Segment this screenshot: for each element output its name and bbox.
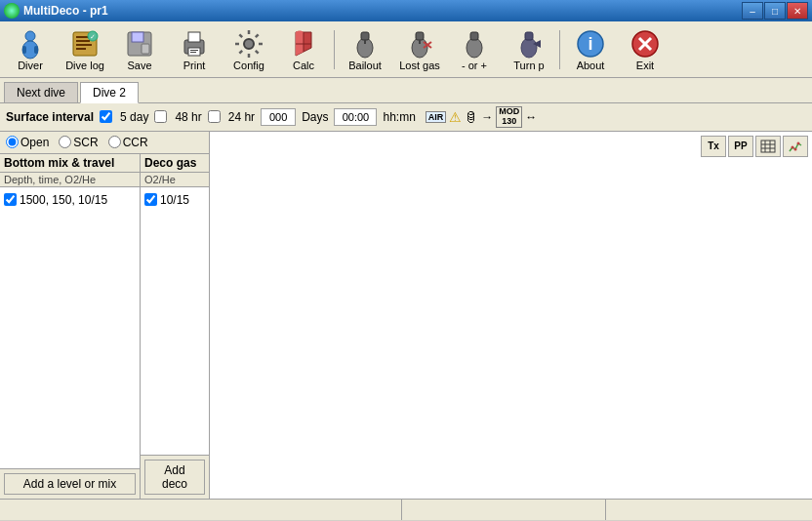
minimize-button[interactable]: –: [742, 2, 763, 20]
days-input[interactable]: [261, 108, 296, 126]
lostgas-icon: [404, 28, 435, 60]
scr-radio-label[interactable]: SCR: [59, 136, 98, 149]
deco-gas-footer: Add deco: [141, 455, 209, 499]
config-icon: [233, 28, 264, 60]
close-button[interactable]: ✕: [787, 2, 808, 20]
print-button[interactable]: Print: [168, 24, 221, 75]
config-label: Config: [233, 60, 264, 71]
svg-rect-12: [132, 32, 143, 42]
deco-gas-checkbox[interactable]: [144, 193, 157, 206]
status-section-3: [606, 500, 809, 520]
turnp-icon: [513, 28, 545, 60]
surface-interval-bar: Surface interval 5 day 48 hr 24 hr Days …: [0, 103, 812, 132]
svg-point-44: [792, 145, 794, 148]
tx-button[interactable]: Tx: [701, 136, 726, 157]
scr-label: SCR: [73, 136, 98, 149]
about-icon: i: [575, 28, 606, 60]
save-icon: [124, 28, 155, 60]
svg-rect-39: [761, 140, 775, 152]
calc-icon: [288, 28, 319, 60]
exit-button[interactable]: Exit: [619, 24, 671, 75]
svg-rect-31: [470, 32, 478, 40]
ccr-label: CCR: [123, 136, 148, 149]
bottom-mix-content: 1500, 150, 10/15: [0, 187, 140, 468]
svg-rect-3: [34, 46, 38, 54]
48hr-checkbox[interactable]: [154, 110, 167, 123]
bailout-label: Bailout: [348, 60, 382, 71]
open-radio-label[interactable]: Open: [6, 136, 49, 149]
24hr-label: 24 hr: [228, 110, 255, 124]
divelog-icon: ✓: [69, 28, 101, 60]
ccr-radio-label[interactable]: CCR: [108, 136, 148, 149]
svg-rect-23: [361, 32, 369, 40]
days-label: Days: [302, 110, 328, 124]
ccr-radio[interactable]: [108, 136, 121, 148]
svg-rect-17: [190, 50, 198, 51]
lostgas-button[interactable]: Lost gas: [393, 24, 446, 75]
calc-button[interactable]: Calc: [277, 24, 330, 75]
5day-checkbox[interactable]: [100, 110, 112, 123]
svg-rect-18: [190, 52, 196, 53]
svg-point-45: [794, 147, 797, 150]
48hr-label: 48 hr: [175, 110, 201, 124]
bailout-button[interactable]: Bailout: [339, 24, 391, 75]
tab-nextdive[interactable]: Next dive: [4, 82, 78, 102]
24hr-checkbox[interactable]: [208, 110, 221, 123]
bottom-mix-checkbox[interactable]: [4, 193, 17, 206]
pp-button[interactable]: PP: [728, 136, 753, 157]
separator1: [334, 30, 335, 69]
svg-rect-26: [416, 32, 424, 40]
or-label: - or +: [462, 60, 487, 71]
title-text: MultiDeco - pr1: [23, 4, 108, 18]
turnp-label: Turn p: [513, 60, 544, 71]
app-icon: [4, 3, 20, 19]
svg-text:✓: ✓: [90, 33, 96, 40]
exit-icon: [629, 28, 661, 60]
divelog-label: Dive log: [65, 60, 104, 71]
5day-label: 5 day: [120, 110, 148, 124]
bottom-mix-item[interactable]: 1500, 150, 10/15: [4, 191, 136, 209]
deco-gas-item[interactable]: 10/15: [144, 191, 205, 209]
exit-label: Exit: [636, 60, 654, 71]
svg-rect-7: [76, 44, 92, 46]
separator2: [559, 30, 560, 69]
or-button[interactable]: - or +: [448, 24, 501, 75]
tab-area: Next dive Dive 2: [0, 78, 812, 103]
graph-icon: [788, 140, 803, 153]
air-badge: AIR: [426, 111, 447, 123]
table-button[interactable]: [755, 136, 781, 157]
open-radio[interactable]: [6, 136, 19, 148]
time-label: hh:mn: [383, 110, 415, 124]
turnp-button[interactable]: Turn p: [503, 24, 555, 75]
time-input[interactable]: [334, 108, 377, 126]
about-button[interactable]: i About: [564, 24, 617, 75]
deco-gas-header: Deco gas: [141, 154, 209, 173]
scr-radio[interactable]: [59, 136, 71, 148]
deco-gas-content: 10/15: [141, 187, 209, 455]
status-bar: [0, 499, 812, 520]
svg-point-19: [244, 39, 254, 49]
diver-label: Diver: [18, 60, 43, 71]
open-label: Open: [20, 136, 49, 149]
bottom-mix-header: Bottom mix & travel: [0, 154, 140, 173]
svg-text:i: i: [588, 34, 592, 54]
config-button[interactable]: Config: [223, 24, 275, 75]
deco-gas-subheader: O2/He: [141, 173, 209, 187]
maximize-button[interactable]: □: [764, 2, 786, 20]
svg-point-30: [467, 38, 482, 58]
graph-button[interactable]: [783, 136, 808, 157]
bailout-icon: [349, 28, 381, 60]
mod-badge: MOD130: [496, 106, 522, 128]
deco-gas-value: 10/15: [160, 193, 189, 207]
divelog-button[interactable]: ✓ Dive log: [59, 24, 111, 75]
gas-columns: Bottom mix & travel Depth, time, O2/He 1…: [0, 154, 209, 499]
main-toolbar: Diver ✓ Dive log Save: [0, 21, 812, 78]
diver-button[interactable]: Diver: [4, 24, 57, 75]
right-panel: Tx PP: [210, 132, 812, 499]
mode-selector: Open SCR CCR: [0, 132, 209, 154]
save-button[interactable]: Save: [113, 24, 166, 75]
add-deco-button[interactable]: Add deco: [144, 460, 205, 495]
tab-dive2[interactable]: Dive 2: [80, 82, 139, 103]
save-label: Save: [127, 60, 151, 71]
add-level-button[interactable]: Add a level or mix: [4, 473, 136, 495]
